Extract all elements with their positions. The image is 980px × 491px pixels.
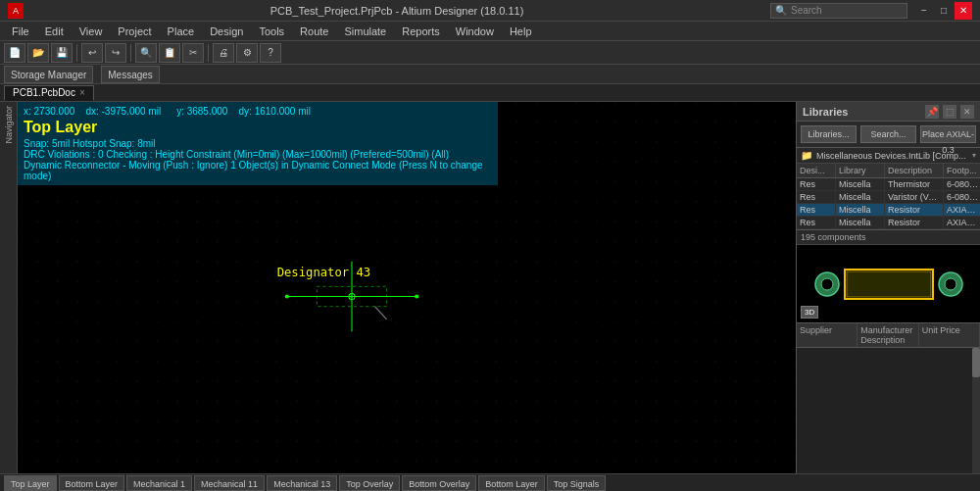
col-footprint[interactable]: Footp...	[944, 164, 980, 177]
bottom-tab-top-signals[interactable]: Top Signals	[547, 475, 607, 491]
dynamic-info: Dynamic Reconnector - Moving (Push : Ign…	[24, 160, 492, 181]
bottom-tab-top-overlay[interactable]: Top Overlay	[339, 475, 400, 491]
row-2-desi: Res	[797, 191, 836, 203]
save-button[interactable]: 💾	[51, 43, 73, 63]
table-row-selected[interactable]: Res Miscella Resistor AXIAL-0-	[797, 204, 980, 217]
bottom-tab-mech11[interactable]: Mechanical 11	[194, 475, 265, 491]
libraries-button[interactable]: Libraries...	[801, 125, 857, 143]
open-button[interactable]: 📂	[27, 43, 49, 63]
bottom-tab-top-layer[interactable]: Top Layer	[4, 475, 57, 491]
table-row[interactable]: Res Miscella Thermistor 6-0805_N	[797, 178, 980, 191]
search-button[interactable]: Search...	[860, 125, 916, 143]
component-preview-area: 3D	[797, 245, 980, 323]
svg-point-21	[945, 278, 956, 290]
table-row[interactable]: Res Miscella Resistor AXIAL-0-	[797, 217, 980, 229]
menu-route[interactable]: Route	[292, 22, 336, 41]
print-button[interactable]: 🖨	[213, 43, 234, 63]
new-button[interactable]: 📄	[4, 43, 25, 63]
library-file-name: Miscellaneous Devices.IntLib [Comp...	[816, 151, 968, 161]
cut-button[interactable]: ✂	[182, 43, 204, 63]
help-button[interactable]: ?	[260, 43, 281, 63]
menu-file[interactable]: File	[4, 22, 37, 41]
bottom-col-supplier[interactable]: Supplier	[797, 323, 858, 347]
libraries-panel-header: Libraries 📌 ⬚ ✕	[797, 102, 980, 122]
pcb-canvas-area[interactable]: x: 2730.000 dx: -3975.000 mil y: 3685.00…	[18, 102, 796, 473]
library-table-header: Desi... Library Description Footp...	[797, 164, 980, 178]
svg-rect-19	[847, 271, 931, 297]
zoom-button[interactable]: 🔍	[135, 43, 157, 63]
library-file-row[interactable]: 📁 Miscellaneous Devices.IntLib [Comp... …	[797, 148, 980, 164]
library-bottom-header: Supplier Manufacturer Description Unit P…	[797, 323, 980, 348]
component-preview-svg	[806, 250, 972, 319]
pcb-tab-close[interactable]: ×	[79, 85, 85, 101]
menu-bar: File Edit View Project Place Design Tool…	[0, 22, 980, 41]
title-bar-right: 🔍 Search − □ ✕	[770, 2, 972, 20]
svg-point-12	[351, 295, 353, 297]
svg-point-17	[821, 278, 833, 290]
menu-project[interactable]: Project	[110, 22, 159, 41]
col-library[interactable]: Library	[836, 164, 885, 177]
menu-view[interactable]: View	[72, 22, 111, 41]
undo-button[interactable]: ↩	[81, 43, 103, 63]
scrollbar-thumb[interactable]	[972, 348, 980, 377]
right-panel: Libraries 📌 ⬚ ✕ Libraries... Search... P…	[796, 102, 980, 473]
preview-3d-button[interactable]: 3D	[801, 306, 818, 319]
svg-point-10	[415, 294, 418, 298]
toolbar-sep-2	[130, 44, 131, 62]
bottom-tab-mech13[interactable]: Mechanical 13	[267, 475, 337, 491]
row-4-desi: Res	[797, 217, 836, 228]
search-placeholder: Search	[791, 5, 822, 16]
close-button[interactable]: ✕	[955, 2, 972, 20]
menu-tools[interactable]: Tools	[251, 22, 292, 41]
bottom-tab-mech1[interactable]: Mechanical 1	[126, 475, 192, 491]
navigator-label[interactable]: Navigator	[4, 106, 14, 144]
pcb-tab-label: PCB1.PcbDoc	[13, 85, 75, 101]
panel-close-button[interactable]: ✕	[960, 105, 974, 119]
table-row[interactable]: Res Miscella Varistor (Voltage- 6-0805_N	[797, 191, 980, 204]
info-overlay: x: 2730.000 dx: -3975.000 mil y: 3685.00…	[18, 102, 498, 185]
maximize-button[interactable]: □	[935, 2, 953, 20]
menu-edit[interactable]: Edit	[37, 22, 72, 41]
menu-place[interactable]: Place	[160, 22, 203, 41]
minimize-button[interactable]: −	[915, 2, 933, 20]
row-2-desc: Varistor (Voltage-	[885, 191, 944, 203]
bottom-tab-bottom-layer[interactable]: Bottom Layer	[59, 475, 125, 491]
redo-button[interactable]: ↪	[105, 43, 126, 63]
pcb-tab[interactable]: PCB1.PcbDoc ×	[4, 85, 94, 101]
library-dropdown-arrow[interactable]: ▾	[972, 151, 976, 160]
bottom-tab-bottom-layer2[interactable]: Bottom Layer	[478, 475, 545, 491]
main-toolbar: 📄 📂 💾 ↩ ↪ 🔍 📋 ✂ 🖨 ⚙ ?	[0, 41, 980, 65]
row-2-fp: 6-0805_N	[944, 191, 980, 203]
menu-help[interactable]: Help	[502, 22, 540, 41]
storage-manager-btn[interactable]: Storage Manager	[4, 66, 93, 83]
toolbar-sep-3	[208, 44, 209, 62]
row-3-desi: Res	[797, 204, 836, 216]
libraries-panel-title: Libraries	[803, 106, 848, 118]
menu-design[interactable]: Design	[202, 22, 251, 41]
messages-btn[interactable]: Messages	[101, 66, 160, 83]
menu-reports[interactable]: Reports	[394, 22, 448, 41]
snap-info: Snap: 5mil Hotspot Snap: 8mil	[24, 138, 492, 149]
tab-bar: PCB1.PcbDoc ×	[0, 84, 980, 102]
library-count: 195 components	[797, 230, 980, 245]
panel-pin-button[interactable]: 📌	[925, 105, 939, 119]
bottom-tab-bottom-overlay[interactable]: Bottom Overlay	[402, 475, 476, 491]
row-1-desi: Res	[797, 178, 836, 190]
row-4-desc: Resistor	[885, 217, 944, 228]
panel-float-button[interactable]: ⬚	[943, 105, 956, 119]
place-button[interactable]: Place AXIAL-0.3	[920, 125, 976, 143]
title-text: PCB_Test_Project.PrjPcb - Altium Designe…	[24, 5, 770, 17]
scrollbar[interactable]	[972, 348, 980, 473]
row-3-fp: AXIAL-0-	[944, 204, 980, 216]
main-layout: Navigator x: 2730.000 dx: -3975.000 mil …	[0, 102, 980, 473]
copy-button[interactable]: 📋	[159, 43, 180, 63]
setup-button[interactable]: ⚙	[236, 43, 258, 63]
search-box[interactable]: 🔍 Search	[770, 3, 907, 19]
col-description[interactable]: Description	[885, 164, 944, 177]
y-coord: y: 3685.000 dy: 1610.000 mil	[176, 106, 311, 117]
row-3-desc: Resistor	[885, 204, 944, 216]
menu-window[interactable]: Window	[448, 22, 502, 41]
menu-simulate[interactable]: Simulate	[336, 22, 394, 41]
col-designator[interactable]: Desi...	[797, 164, 836, 177]
title-bar-left: A	[8, 3, 24, 19]
